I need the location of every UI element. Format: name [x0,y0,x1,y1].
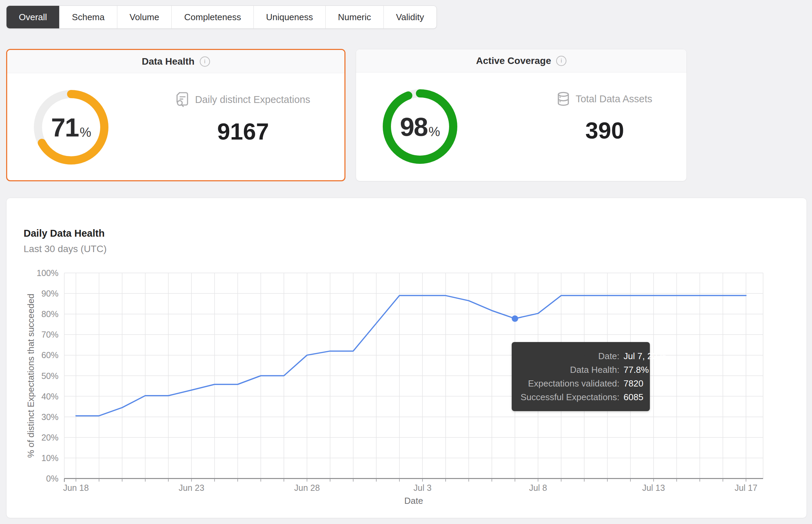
chart-area: 0%10%20%30%40%50%60%70%80%90%100%Jun 18J… [6,255,807,511]
tooltip-value: 7820 [624,378,667,389]
svg-text:Jul 13: Jul 13 [642,483,665,493]
info-icon[interactable]: i [556,56,566,66]
svg-text:100%: 100% [37,268,58,278]
active-coverage-card[interactable]: Active Coverage i 98 % [356,49,687,181]
tooltip-value: 77.8% [624,364,667,376]
svg-text:Jun 23: Jun 23 [179,483,204,493]
expectations-doc-icon [176,92,189,107]
data-health-card-body: 71 % Daily distinct Expectations 9167 [7,73,344,181]
active-coverage-card-header: Active Coverage i [356,49,686,73]
active-coverage-metric: Total Data Assets 390 [557,92,652,144]
metric-value: 390 [557,117,652,144]
data-health-donut: 71 % [34,90,109,165]
svg-text:50%: 50% [41,371,58,381]
tooltip-label: Data Health: [521,364,619,376]
metric-label-row: Total Data Assets [557,92,652,106]
tab-volume[interactable]: Volume [117,6,172,28]
x-axis-title: Date [404,496,423,506]
svg-text:20%: 20% [41,433,58,442]
svg-text:40%: 40% [41,392,58,401]
tab-uniqueness[interactable]: Uniqueness [253,6,325,28]
data-health-card-header: Data Health i [7,50,344,73]
card-title: Data Health [142,56,194,67]
tab-validity[interactable]: Validity [383,6,436,28]
donut-percent: 71 [51,113,79,142]
tooltip-label: Date: [521,350,619,362]
tab-overall[interactable]: Overall [6,6,59,28]
svg-text:Jul 8: Jul 8 [529,483,547,493]
chart-title: Daily Data Health [24,227,807,239]
data-health-card[interactable]: Data Health i 71 % [6,49,345,181]
svg-text:Jun 18: Jun 18 [63,483,89,493]
svg-text:80%: 80% [41,309,58,319]
metric-label: Total Data Assets [576,93,652,105]
svg-text:Jun 28: Jun 28 [294,483,320,493]
dashboard-page: { "tab_bar": { "active": "Overall", "tab… [0,0,812,524]
donut-percent: 98 [400,112,428,142]
info-icon[interactable]: i [200,56,210,67]
svg-text:Jul 3: Jul 3 [414,483,432,493]
svg-text:90%: 90% [41,289,58,298]
svg-text:0%: 0% [46,474,58,483]
chart-tooltip: Date:Jul 7, 2025Data Health:77.8%Expecta… [512,342,650,411]
tab-numeric[interactable]: Numeric [325,6,383,28]
donut-percent-unit: % [80,125,91,140]
active-coverage-donut: 98 % [382,89,458,164]
database-icon [557,92,569,106]
metric-value: 9167 [176,118,310,145]
card-title: Active Coverage [476,55,551,66]
tooltip-value: Jul 7, 2025 [624,350,667,362]
x-axis [64,479,763,482]
tooltip-label: Expectations validated: [521,378,619,389]
tab-schema[interactable]: Schema [59,6,117,28]
y-axis-title: % of distinct Expectations that succeede… [26,294,36,458]
tooltip-label: Successful Expectations: [521,391,619,403]
metric-tab-bar: OverallSchemaVolumeCompletenessUniquenes… [6,5,437,29]
svg-text:10%: 10% [41,453,58,463]
metric-label: Daily distinct Expectations [195,94,310,105]
daily-data-health-line-chart[interactable]: 0%10%20%30%40%50%60%70%80%90%100%Jun 18J… [6,255,807,511]
active-coverage-card-body: 98 % Total Data Assets 390 [356,73,686,181]
summary-cards-row: Data Health i 71 % [6,49,687,181]
donut-value: 71 % [34,90,109,165]
highlighted-point[interactable] [512,315,518,322]
daily-data-health-card: Daily Data Health Last 30 days (UTC) 0%1… [6,198,807,518]
tab-completeness[interactable]: Completeness [171,6,253,28]
x-tick-labels: Jun 18Jun 23Jun 28Jul 3Jul 8Jul 13Jul 17 [63,483,757,493]
svg-text:70%: 70% [41,330,58,339]
tooltip-value: 6085 [624,391,667,403]
donut-percent-unit: % [429,125,440,139]
chart-subtitle: Last 30 days (UTC) [24,243,807,255]
y-tick-labels: 0%10%20%30%40%50%60%70%80%90%100% [37,268,58,483]
svg-text:30%: 30% [41,412,58,422]
metric-label-row: Daily distinct Expectations [176,92,310,107]
data-health-metric: Daily distinct Expectations 9167 [176,92,310,145]
svg-text:60%: 60% [41,350,58,360]
donut-value: 98 % [382,89,458,164]
gridlines [64,273,763,479]
svg-text:Jul 17: Jul 17 [735,483,758,493]
